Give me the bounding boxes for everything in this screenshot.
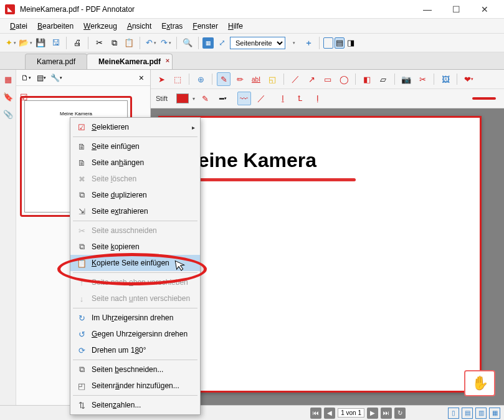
image-tool-icon[interactable]: 🖼 xyxy=(439,72,452,86)
pen-tool-icon[interactable]: ✎ xyxy=(217,72,231,86)
page-numbers-icon: ⇅ xyxy=(75,401,88,410)
page-append-icon: 🗎 xyxy=(75,158,88,168)
ctx-seite-anhaengen[interactable]: 🗎 Seite anhängen xyxy=(70,155,200,171)
color-swatch[interactable] xyxy=(176,93,189,103)
page-indicator[interactable]: 1 von 1 xyxy=(338,408,364,418)
ctx-kopierte-seite-einfuegen[interactable]: 📋 Kopierte Seite einfügen xyxy=(70,255,200,271)
layout-3-button[interactable]: ◨ xyxy=(346,37,356,49)
ctx-seite-kopieren[interactable]: ⧉ Seite kopieren xyxy=(70,239,200,255)
menu-werkzeug[interactable]: Werkzeug xyxy=(78,21,122,32)
favorite-tool-icon[interactable]: ❤▾ xyxy=(462,72,475,86)
zoom-tool-icon[interactable]: ⊕ xyxy=(194,72,207,86)
thumb-book-icon[interactable]: ▤▾ xyxy=(35,72,47,84)
add-page-button[interactable]: ＋ xyxy=(302,36,315,50)
menu-ansicht[interactable]: Ansicht xyxy=(122,21,156,32)
ctx-seite-einfuegen[interactable]: 🗎 Seite einfügen xyxy=(70,138,200,155)
cut-button[interactable]: ✂ xyxy=(92,36,106,50)
title-bar: ◣ MeineKamera.pdf - PDF Annotator — ☐ ✕ xyxy=(0,0,504,19)
thumb-wrench-icon[interactable]: 🔧▾ xyxy=(50,72,62,84)
text-squiggle-icon[interactable]: Ị xyxy=(311,92,325,105)
text-strike-icon[interactable]: Ꝉ xyxy=(293,92,307,105)
ctx-seite-extrahieren[interactable]: ⇲ Seite extrahieren xyxy=(70,203,200,219)
thumbnail-mini-heading: Meine Kamera xyxy=(32,111,120,117)
ctx-uhrzeigersinn[interactable]: ↻ Im Uhrzeigersinn drehen xyxy=(70,310,200,326)
eraser-tool-icon[interactable]: ◧ xyxy=(360,72,374,86)
ctx-seite-nach-unten: ↓ Seite nach unten verschieben xyxy=(70,290,200,307)
text-tool-icon[interactable]: abI xyxy=(249,72,263,86)
layout-1-button[interactable] xyxy=(323,37,333,49)
nav-refresh-button[interactable]: ↻ xyxy=(394,408,406,419)
arrow-tool-icon[interactable]: ↗ xyxy=(305,72,318,86)
nav-prev-button[interactable]: ◀ xyxy=(324,408,335,419)
undo-button[interactable]: ↶ xyxy=(144,36,158,50)
menu-extras[interactable]: Extras xyxy=(156,21,188,32)
line-tool-icon[interactable]: ／ xyxy=(288,72,302,86)
copy-button[interactable]: ⧉ xyxy=(107,36,121,50)
menu-datei[interactable]: Datei xyxy=(5,21,32,32)
save-button[interactable]: 💾 xyxy=(34,36,47,50)
ctx-drehen-180[interactable]: ⟳ Drehen um 180° xyxy=(70,342,200,358)
ctx-gegen-uhrzeigersinn[interactable]: ↺ Gegen Uhrzeigersinn drehen xyxy=(70,326,200,342)
view-facing-button[interactable]: ▥ xyxy=(475,408,487,419)
redo-button[interactable]: ↷ xyxy=(159,36,173,50)
zoom-dropdown[interactable] xyxy=(287,36,300,50)
lasso-tool-icon[interactable]: ⬚ xyxy=(171,72,184,86)
ctx-beschneiden[interactable]: ⧉ Seiten beschneiden... xyxy=(70,361,200,378)
crop-tool-icon[interactable]: ✂ xyxy=(416,72,429,86)
pen-smooth-icon[interactable]: 〰 xyxy=(237,92,251,105)
view-cont-button[interactable]: ▤ xyxy=(462,408,473,419)
menu-hilfe[interactable]: Hilfe xyxy=(223,21,248,32)
bookmarks-tab-icon[interactable]: 🔖 xyxy=(2,91,14,102)
ctx-seite-duplizieren[interactable]: ⧉ Seite duplizieren xyxy=(70,187,200,203)
view-cont-facing-button[interactable]: ▦ xyxy=(489,408,500,419)
paste-button[interactable]: 📋 xyxy=(122,36,136,50)
thumbnail-panel-close[interactable]: × xyxy=(136,73,146,83)
rect-tool-icon[interactable]: ▭ xyxy=(321,72,335,86)
search-button[interactable]: 🔍 xyxy=(181,36,194,50)
text-underline-icon[interactable]: I xyxy=(276,92,290,105)
open-button[interactable]: 📂 xyxy=(19,36,32,50)
save-as-button[interactable]: 🖫 xyxy=(49,36,62,50)
pen-width-icon[interactable]: ━▾ xyxy=(216,92,230,105)
pan-hand-button[interactable]: ✋ xyxy=(464,370,495,396)
ctx-selektieren[interactable]: ☑ Selektieren ▸ xyxy=(70,119,200,135)
marker-tool-icon[interactable]: ✏ xyxy=(233,72,247,86)
minimize-button[interactable]: — xyxy=(413,0,442,19)
document-viewport[interactable]: Meine Kamera ✋ xyxy=(151,108,504,405)
nav-last-button[interactable]: ⏭ xyxy=(381,408,392,419)
pen-label: Stift xyxy=(156,95,168,102)
ctx-seitenzahlen[interactable]: ⇅ Seitenzahlen... xyxy=(70,397,200,413)
thumbnails-tab-icon[interactable]: ▦ xyxy=(2,74,14,85)
pointer-tool-icon[interactable]: ➤ xyxy=(155,72,168,86)
ellipse-tool-icon[interactable]: ◯ xyxy=(337,72,351,86)
maximize-button[interactable]: ☐ xyxy=(442,0,470,19)
layout-2-button[interactable]: ▤ xyxy=(335,37,345,49)
tab-meinekamera[interactable]: MeineKamera.pdf xyxy=(87,54,173,69)
fit-page-icon[interactable]: ▦ xyxy=(202,37,214,49)
menu-bearbeiten[interactable]: Bearbeiten xyxy=(32,21,78,32)
whiteout-tool-icon[interactable]: ▱ xyxy=(376,72,390,86)
stamp-tool-icon[interactable]: 📷 xyxy=(399,72,413,86)
arrow-down-icon: ↓ xyxy=(75,294,88,303)
new-doc-button[interactable]: ✦ xyxy=(4,36,17,50)
menu-fenster[interactable]: Fenster xyxy=(188,21,223,32)
side-strip: ▦ 🔖 📎 xyxy=(0,70,16,405)
thumb-new-icon[interactable]: 🗋▾ xyxy=(20,72,32,84)
view-single-button[interactable]: ▯ xyxy=(448,408,459,419)
attachments-tab-icon[interactable]: 📎 xyxy=(2,108,14,120)
rotate-180-icon: ⟳ xyxy=(75,346,88,355)
note-tool-icon[interactable]: ◱ xyxy=(265,72,279,86)
nav-next-button[interactable]: ▶ xyxy=(367,408,378,419)
margins-icon: ◰ xyxy=(75,381,88,391)
pen-straight-icon[interactable]: ／ xyxy=(255,92,269,105)
pen-style-1-icon[interactable]: ✎ xyxy=(199,92,212,105)
zoom-in-icon[interactable]: ⤢ xyxy=(215,36,229,50)
print-button[interactable]: 🖨 xyxy=(70,36,84,50)
nav-first-button[interactable]: ⏮ xyxy=(310,408,321,419)
ctx-seitenraender[interactable]: ◰ Seitenränder hinzufügen... xyxy=(70,378,200,394)
zoom-select[interactable]: Seitenbreite xyxy=(230,37,285,49)
ctx-seite-nach-oben: ↑ Seite nach oben verschieben xyxy=(70,274,200,290)
tab-kamera[interactable]: Kamera.pdf xyxy=(25,54,87,69)
close-button[interactable]: ✕ xyxy=(470,0,499,19)
annotation-toolbar: ➤ ⬚ ⊕ ✎ ✏ abI ◱ ／ ↗ ▭ ◯ ◧ ▱ 📷 ✂ 🖼 ❤▾ xyxy=(151,70,504,89)
